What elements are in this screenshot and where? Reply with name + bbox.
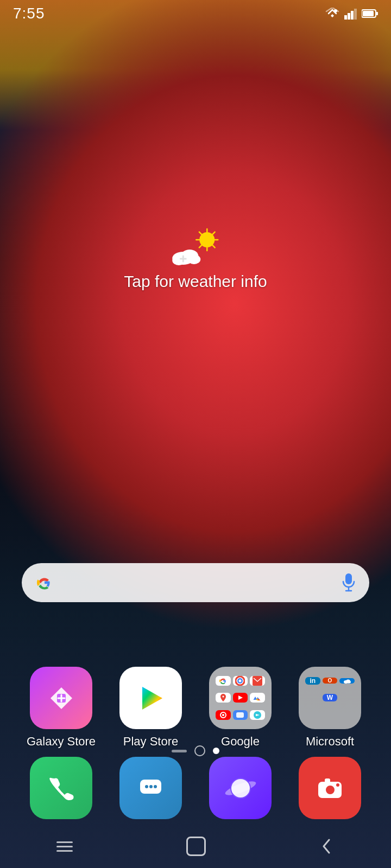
galaxy-store-icon [30, 667, 92, 729]
microsoft-folder-icon: in O W [299, 667, 361, 729]
camera-app[interactable] [299, 757, 361, 819]
microsoft-folder-app[interactable]: in O W Micro [292, 667, 368, 749]
svg-point-45 [154, 785, 157, 788]
svg-rect-32 [253, 676, 262, 686]
svg-rect-36 [236, 712, 244, 718]
cloud-icon [171, 242, 205, 266]
svg-rect-2 [348, 13, 350, 20]
status-time: 7:55 [13, 5, 45, 22]
svg-point-51 [327, 787, 333, 793]
weather-text: Tap for weather info [124, 272, 267, 291]
internet-app[interactable] [209, 757, 272, 819]
status-icons [325, 8, 378, 20]
svg-point-35 [222, 714, 224, 716]
google-folder-app[interactable]: Google [203, 667, 279, 749]
svg-marker-27 [142, 687, 162, 710]
google-folder-icon [209, 667, 272, 729]
status-bar: 7:55 [0, 0, 391, 27]
back-button[interactable] [319, 837, 335, 856]
google-logo [35, 573, 54, 592]
weather-widget[interactable]: Tap for weather info [124, 228, 267, 291]
svg-point-20 [187, 254, 200, 264]
svg-point-43 [145, 785, 148, 788]
dock [0, 757, 391, 819]
camera-icon [315, 773, 345, 803]
svg-rect-7 [376, 12, 378, 15]
page-indicators [0, 745, 391, 756]
svg-rect-23 [345, 573, 352, 584]
app-row: Galaxy Store Play Store [11, 667, 380, 749]
mic-icon[interactable] [341, 573, 356, 592]
galaxy-store-app[interactable]: Galaxy Store [23, 667, 99, 749]
svg-rect-4 [354, 9, 357, 20]
messages-app[interactable] [119, 757, 182, 819]
search-bar[interactable] [22, 563, 369, 602]
svg-rect-1 [344, 15, 347, 20]
svg-line-13 [199, 232, 201, 234]
svg-point-41 [348, 680, 351, 683]
svg-line-14 [212, 245, 215, 247]
weather-icon [171, 228, 220, 266]
svg-marker-33 [238, 695, 243, 700]
play-store-icon [119, 667, 182, 729]
svg-point-53 [336, 783, 339, 787]
messages-icon [136, 773, 166, 803]
indicator-home [194, 745, 205, 756]
indicator-dash [172, 750, 187, 752]
battery-icon [362, 9, 378, 18]
wifi-icon [325, 8, 340, 20]
nav-bar [0, 825, 391, 868]
svg-rect-3 [351, 11, 354, 20]
app-grid: Galaxy Store Play Store [0, 667, 391, 749]
home-button[interactable] [186, 837, 206, 856]
back-icon [319, 837, 335, 856]
svg-point-44 [149, 785, 153, 788]
play-store-app[interactable]: Play Store [113, 667, 189, 749]
svg-point-0 [334, 9, 337, 12]
phone-icon [46, 773, 76, 803]
svg-line-15 [212, 232, 215, 234]
signal-icon [344, 8, 357, 20]
svg-rect-6 [363, 11, 374, 16]
indicator-dot-active [213, 748, 219, 754]
svg-point-40 [344, 680, 348, 684]
svg-rect-52 [325, 778, 330, 783]
svg-point-31 [239, 679, 242, 682]
phone-app[interactable] [30, 757, 92, 819]
recents-button[interactable] [56, 841, 73, 852]
internet-icon [224, 772, 257, 805]
